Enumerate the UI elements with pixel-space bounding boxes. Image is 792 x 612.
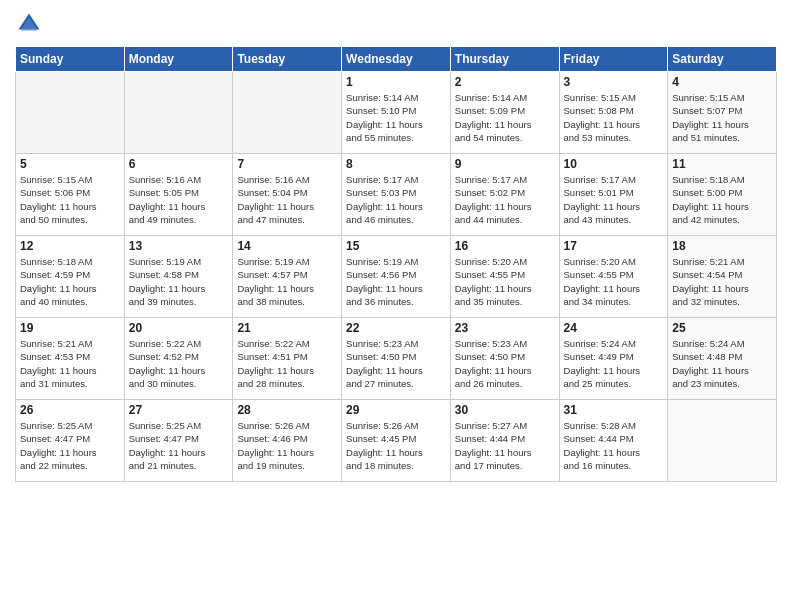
week-row-4: 19Sunrise: 5:21 AM Sunset: 4:53 PM Dayli…	[16, 318, 777, 400]
day-number: 26	[20, 403, 120, 417]
day-number: 28	[237, 403, 337, 417]
day-number: 11	[672, 157, 772, 171]
day-number: 5	[20, 157, 120, 171]
day-cell-14: 14Sunrise: 5:19 AM Sunset: 4:57 PM Dayli…	[233, 236, 342, 318]
day-cell-17: 17Sunrise: 5:20 AM Sunset: 4:55 PM Dayli…	[559, 236, 668, 318]
page: SundayMondayTuesdayWednesdayThursdayFrid…	[0, 0, 792, 612]
day-cell-10: 10Sunrise: 5:17 AM Sunset: 5:01 PM Dayli…	[559, 154, 668, 236]
day-number: 17	[564, 239, 664, 253]
logo-icon	[15, 10, 43, 38]
day-number: 16	[455, 239, 555, 253]
day-number: 18	[672, 239, 772, 253]
day-header-monday: Monday	[124, 47, 233, 72]
day-header-saturday: Saturday	[668, 47, 777, 72]
day-info: Sunrise: 5:24 AM Sunset: 4:48 PM Dayligh…	[672, 337, 772, 390]
header	[15, 10, 777, 38]
day-info: Sunrise: 5:21 AM Sunset: 4:54 PM Dayligh…	[672, 255, 772, 308]
day-cell-16: 16Sunrise: 5:20 AM Sunset: 4:55 PM Dayli…	[450, 236, 559, 318]
day-cell-30: 30Sunrise: 5:27 AM Sunset: 4:44 PM Dayli…	[450, 400, 559, 482]
day-header-tuesday: Tuesday	[233, 47, 342, 72]
day-info: Sunrise: 5:23 AM Sunset: 4:50 PM Dayligh…	[455, 337, 555, 390]
day-number: 27	[129, 403, 229, 417]
day-number: 12	[20, 239, 120, 253]
day-info: Sunrise: 5:24 AM Sunset: 4:49 PM Dayligh…	[564, 337, 664, 390]
day-header-thursday: Thursday	[450, 47, 559, 72]
day-info: Sunrise: 5:18 AM Sunset: 4:59 PM Dayligh…	[20, 255, 120, 308]
day-info: Sunrise: 5:16 AM Sunset: 5:05 PM Dayligh…	[129, 173, 229, 226]
day-cell-9: 9Sunrise: 5:17 AM Sunset: 5:02 PM Daylig…	[450, 154, 559, 236]
day-info: Sunrise: 5:15 AM Sunset: 5:08 PM Dayligh…	[564, 91, 664, 144]
day-info: Sunrise: 5:22 AM Sunset: 4:51 PM Dayligh…	[237, 337, 337, 390]
week-row-1: 1Sunrise: 5:14 AM Sunset: 5:10 PM Daylig…	[16, 72, 777, 154]
day-number: 19	[20, 321, 120, 335]
day-cell-4: 4Sunrise: 5:15 AM Sunset: 5:07 PM Daylig…	[668, 72, 777, 154]
day-cell-6: 6Sunrise: 5:16 AM Sunset: 5:05 PM Daylig…	[124, 154, 233, 236]
day-cell-2: 2Sunrise: 5:14 AM Sunset: 5:09 PM Daylig…	[450, 72, 559, 154]
day-number: 9	[455, 157, 555, 171]
day-info: Sunrise: 5:19 AM Sunset: 4:57 PM Dayligh…	[237, 255, 337, 308]
day-number: 2	[455, 75, 555, 89]
day-cell-20: 20Sunrise: 5:22 AM Sunset: 4:52 PM Dayli…	[124, 318, 233, 400]
day-number: 3	[564, 75, 664, 89]
day-cell-11: 11Sunrise: 5:18 AM Sunset: 5:00 PM Dayli…	[668, 154, 777, 236]
day-info: Sunrise: 5:17 AM Sunset: 5:03 PM Dayligh…	[346, 173, 446, 226]
day-cell-29: 29Sunrise: 5:26 AM Sunset: 4:45 PM Dayli…	[342, 400, 451, 482]
day-number: 29	[346, 403, 446, 417]
day-cell-26: 26Sunrise: 5:25 AM Sunset: 4:47 PM Dayli…	[16, 400, 125, 482]
day-info: Sunrise: 5:28 AM Sunset: 4:44 PM Dayligh…	[564, 419, 664, 472]
day-number: 10	[564, 157, 664, 171]
day-number: 15	[346, 239, 446, 253]
day-cell-8: 8Sunrise: 5:17 AM Sunset: 5:03 PM Daylig…	[342, 154, 451, 236]
week-row-5: 26Sunrise: 5:25 AM Sunset: 4:47 PM Dayli…	[16, 400, 777, 482]
day-info: Sunrise: 5:23 AM Sunset: 4:50 PM Dayligh…	[346, 337, 446, 390]
day-header-friday: Friday	[559, 47, 668, 72]
day-cell-19: 19Sunrise: 5:21 AM Sunset: 4:53 PM Dayli…	[16, 318, 125, 400]
days-header-row: SundayMondayTuesdayWednesdayThursdayFrid…	[16, 47, 777, 72]
day-cell-7: 7Sunrise: 5:16 AM Sunset: 5:04 PM Daylig…	[233, 154, 342, 236]
day-info: Sunrise: 5:26 AM Sunset: 4:46 PM Dayligh…	[237, 419, 337, 472]
day-info: Sunrise: 5:20 AM Sunset: 4:55 PM Dayligh…	[564, 255, 664, 308]
day-number: 21	[237, 321, 337, 335]
day-info: Sunrise: 5:15 AM Sunset: 5:07 PM Dayligh…	[672, 91, 772, 144]
day-number: 8	[346, 157, 446, 171]
day-info: Sunrise: 5:19 AM Sunset: 4:58 PM Dayligh…	[129, 255, 229, 308]
day-cell-25: 25Sunrise: 5:24 AM Sunset: 4:48 PM Dayli…	[668, 318, 777, 400]
day-cell-28: 28Sunrise: 5:26 AM Sunset: 4:46 PM Dayli…	[233, 400, 342, 482]
day-cell-18: 18Sunrise: 5:21 AM Sunset: 4:54 PM Dayli…	[668, 236, 777, 318]
day-number: 25	[672, 321, 772, 335]
day-cell-13: 13Sunrise: 5:19 AM Sunset: 4:58 PM Dayli…	[124, 236, 233, 318]
empty-cell	[16, 72, 125, 154]
day-cell-12: 12Sunrise: 5:18 AM Sunset: 4:59 PM Dayli…	[16, 236, 125, 318]
day-cell-21: 21Sunrise: 5:22 AM Sunset: 4:51 PM Dayli…	[233, 318, 342, 400]
empty-cell	[233, 72, 342, 154]
day-info: Sunrise: 5:25 AM Sunset: 4:47 PM Dayligh…	[129, 419, 229, 472]
day-number: 24	[564, 321, 664, 335]
day-number: 7	[237, 157, 337, 171]
day-info: Sunrise: 5:25 AM Sunset: 4:47 PM Dayligh…	[20, 419, 120, 472]
day-number: 30	[455, 403, 555, 417]
logo	[15, 10, 47, 38]
day-cell-24: 24Sunrise: 5:24 AM Sunset: 4:49 PM Dayli…	[559, 318, 668, 400]
day-cell-22: 22Sunrise: 5:23 AM Sunset: 4:50 PM Dayli…	[342, 318, 451, 400]
day-info: Sunrise: 5:18 AM Sunset: 5:00 PM Dayligh…	[672, 173, 772, 226]
day-number: 13	[129, 239, 229, 253]
day-header-wednesday: Wednesday	[342, 47, 451, 72]
week-row-3: 12Sunrise: 5:18 AM Sunset: 4:59 PM Dayli…	[16, 236, 777, 318]
day-cell-31: 31Sunrise: 5:28 AM Sunset: 4:44 PM Dayli…	[559, 400, 668, 482]
day-info: Sunrise: 5:22 AM Sunset: 4:52 PM Dayligh…	[129, 337, 229, 390]
day-info: Sunrise: 5:17 AM Sunset: 5:01 PM Dayligh…	[564, 173, 664, 226]
day-cell-27: 27Sunrise: 5:25 AM Sunset: 4:47 PM Dayli…	[124, 400, 233, 482]
day-number: 22	[346, 321, 446, 335]
day-info: Sunrise: 5:19 AM Sunset: 4:56 PM Dayligh…	[346, 255, 446, 308]
day-number: 14	[237, 239, 337, 253]
empty-cell	[124, 72, 233, 154]
day-number: 20	[129, 321, 229, 335]
day-info: Sunrise: 5:21 AM Sunset: 4:53 PM Dayligh…	[20, 337, 120, 390]
day-info: Sunrise: 5:15 AM Sunset: 5:06 PM Dayligh…	[20, 173, 120, 226]
day-cell-15: 15Sunrise: 5:19 AM Sunset: 4:56 PM Dayli…	[342, 236, 451, 318]
day-info: Sunrise: 5:27 AM Sunset: 4:44 PM Dayligh…	[455, 419, 555, 472]
empty-cell	[668, 400, 777, 482]
day-number: 1	[346, 75, 446, 89]
day-info: Sunrise: 5:26 AM Sunset: 4:45 PM Dayligh…	[346, 419, 446, 472]
day-info: Sunrise: 5:14 AM Sunset: 5:10 PM Dayligh…	[346, 91, 446, 144]
